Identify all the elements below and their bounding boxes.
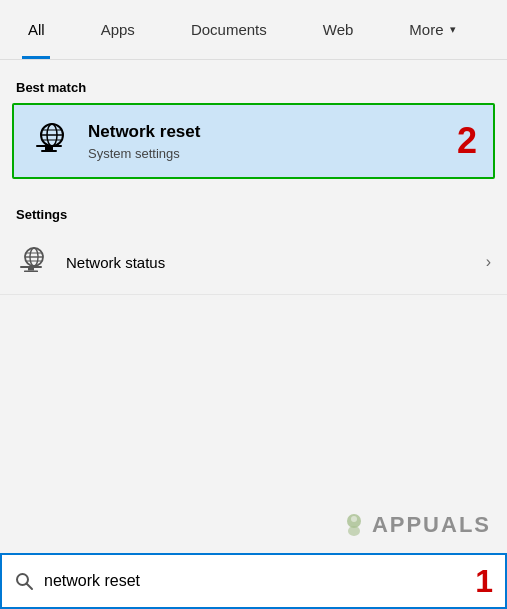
tab-documents[interactable]: Documents: [163, 0, 295, 59]
best-match-title: Network reset: [88, 121, 447, 143]
watermark-text: APPUALS: [372, 512, 491, 538]
tab-web-label: Web: [323, 21, 354, 38]
chevron-right-icon: ›: [486, 253, 491, 271]
search-bar: 1: [0, 553, 507, 609]
best-match-section-label: Best match: [0, 76, 507, 103]
svg-rect-2: [41, 150, 57, 152]
tab-more-label: More: [409, 21, 443, 38]
network-globe-icon: [30, 119, 74, 163]
best-match-subtitle: System settings: [88, 146, 447, 161]
main-content: Best match Network reset System settings: [0, 60, 507, 295]
best-match-text: Network reset System settings: [88, 121, 447, 160]
badge-2: 2: [457, 120, 477, 162]
tab-apps[interactable]: Apps: [73, 0, 163, 59]
svg-rect-10: [24, 271, 38, 273]
settings-globe-icon: [16, 244, 52, 280]
settings-section: Settings Network status ›: [0, 195, 507, 295]
tab-more[interactable]: More ▾: [381, 0, 483, 59]
settings-item-title: Network status: [66, 254, 486, 271]
svg-point-17: [351, 516, 357, 522]
best-match-card[interactable]: Network reset System settings 2: [12, 103, 495, 179]
tab-documents-label: Documents: [191, 21, 267, 38]
tab-bar: All Apps Documents Web More ▾: [0, 0, 507, 60]
settings-item-network-status[interactable]: Network status ›: [0, 230, 507, 295]
settings-section-label: Settings: [0, 203, 507, 230]
svg-rect-1: [45, 147, 53, 150]
svg-point-18: [348, 526, 360, 536]
tab-apps-label: Apps: [101, 21, 135, 38]
search-input[interactable]: [44, 572, 467, 590]
tab-web[interactable]: Web: [295, 0, 382, 59]
svg-rect-9: [28, 268, 34, 271]
tab-all[interactable]: All: [0, 0, 73, 59]
svg-line-20: [27, 584, 33, 590]
badge-1: 1: [475, 563, 493, 600]
tab-all-label: All: [28, 21, 45, 38]
watermark: APPUALS: [340, 511, 491, 539]
search-icon: [14, 571, 34, 591]
chevron-down-icon: ▾: [450, 23, 456, 36]
appuals-logo-icon: [340, 511, 368, 539]
